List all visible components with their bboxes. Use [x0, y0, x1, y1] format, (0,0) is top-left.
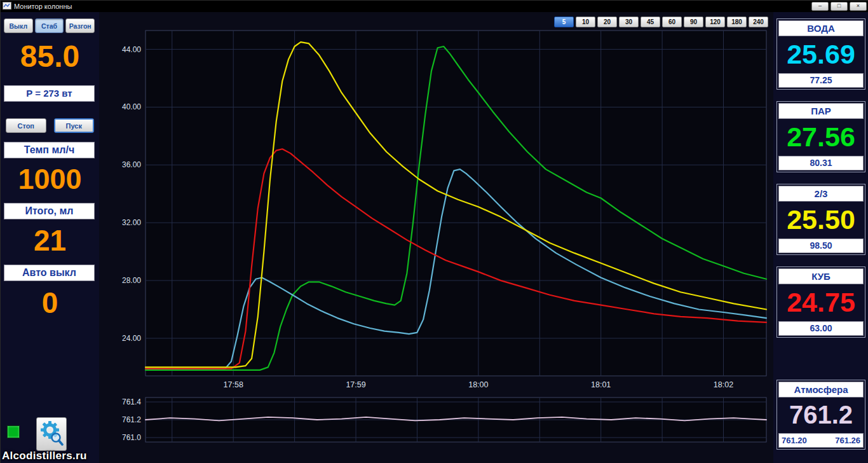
atmosphere-max: 761.26 [835, 434, 860, 447]
time-range-button-180[interactable]: 180 [727, 17, 747, 27]
mode-stab-button[interactable]: Стаб [35, 18, 64, 33]
status-indicator [7, 425, 20, 438]
sensor-name: Атмосфера [778, 382, 864, 397]
sensor-name: 2/3 [778, 186, 864, 202]
svg-text:32.00: 32.00 [122, 218, 141, 227]
sensor-card-2-3: 2/3 25.50 98.50 [776, 184, 865, 255]
power-setpoint-value: 85.0 [1, 38, 99, 76]
window-title: Монитор колонны [14, 3, 72, 10]
time-range-button-30[interactable]: 30 [619, 17, 639, 27]
svg-text:17:58: 17:58 [224, 380, 243, 389]
svg-text:40.00: 40.00 [122, 102, 141, 111]
mode-button-row: Выкл Стаб Разгон [4, 18, 95, 33]
sensor-value: 761.2 [778, 397, 864, 432]
atmosphere-min: 761.20 [782, 434, 807, 447]
sensor-name: КУБ [778, 268, 864, 284]
svg-text:44.00: 44.00 [122, 45, 141, 54]
maximize-button[interactable]: □ [831, 2, 848, 11]
power-readout: P = 273 вт [4, 85, 95, 102]
time-range-button-240[interactable]: 240 [749, 17, 768, 27]
sensor-card-kub: КУБ 24.75 63.00 [776, 266, 865, 338]
total-value: 21 [1, 222, 99, 259]
time-range-button-5[interactable]: 5 [554, 17, 574, 27]
auto-off-label: Авто выкл [4, 265, 95, 281]
rate-value: 1000 [1, 161, 99, 198]
time-range-button-120[interactable]: 120 [705, 17, 725, 27]
sensor-sub-value: 77.25 [778, 73, 864, 88]
app-window: Монитор колонны – □ × Выкл Стаб Разгон 8… [0, 0, 868, 463]
sensor-value: 27.56 [778, 119, 864, 155]
app-icon [3, 1, 11, 12]
svg-text:24.00: 24.00 [122, 334, 141, 343]
atmosphere-minmax: 761.20 761.26 [778, 433, 864, 448]
svg-text:18:00: 18:00 [468, 380, 488, 389]
sensor-card-atmosphere: Атмосфера 761.2 761.20 761.26 [776, 380, 865, 450]
charts-svg: 24.0028.0032.0036.0040.0044.0017:5817:59… [99, 12, 773, 463]
chart-area: 5 10 20 30 45 60 90 120 180 240 24.0028.… [99, 12, 773, 463]
sensor-name: ПАР [778, 103, 864, 119]
sensor-value: 25.50 [778, 202, 864, 238]
time-range-button-90[interactable]: 90 [684, 17, 703, 27]
svg-text:761.4: 761.4 [122, 397, 141, 406]
stop-button[interactable]: Стоп [6, 118, 46, 133]
mode-accel-button[interactable]: Разгон [65, 18, 95, 33]
time-range-button-45[interactable]: 45 [641, 17, 660, 27]
sensor-card-voda: ВОДА 25.69 77.25 [776, 18, 865, 90]
control-panel: Выкл Стаб Разгон 85.0 P = 273 вт Стоп Пу… [1, 12, 99, 463]
sensor-card-par: ПАР 27.56 80.31 [776, 101, 865, 172]
svg-text:36.00: 36.00 [122, 160, 141, 169]
svg-text:761.2: 761.2 [122, 415, 141, 424]
svg-text:17:59: 17:59 [346, 380, 365, 389]
mode-off-button[interactable]: Выкл [4, 18, 33, 33]
time-range-button-20[interactable]: 20 [597, 17, 617, 27]
rate-label: Темп мл/ч [4, 142, 95, 158]
title-bar: Монитор колонны – □ × [1, 1, 868, 12]
time-range-button-10[interactable]: 10 [576, 17, 595, 27]
svg-text:761.0: 761.0 [122, 433, 141, 442]
close-button[interactable]: × [850, 2, 867, 11]
start-button[interactable]: Пуск [54, 118, 95, 133]
settings-button[interactable] [36, 417, 67, 451]
sensor-sub-value: 80.31 [778, 156, 864, 170]
sensor-name: ВОДА [778, 20, 864, 36]
watermark: Alcodistillers.ru [2, 450, 87, 462]
time-range-selector: 5 10 20 30 45 60 90 120 180 240 [554, 17, 768, 27]
svg-text:18:01: 18:01 [591, 380, 611, 389]
time-range-button-60[interactable]: 60 [662, 17, 682, 27]
run-button-row: Стоп Пуск [6, 118, 94, 133]
sensor-value: 25.69 [778, 36, 864, 73]
sensor-panel: ВОДА 25.69 77.25 ПАР 27.56 80.31 2/3 25.… [773, 12, 868, 463]
svg-text:18:02: 18:02 [714, 380, 733, 389]
auto-off-value: 0 [1, 284, 99, 322]
sensor-value: 24.75 [778, 284, 864, 321]
minimize-button[interactable]: – [811, 2, 829, 11]
sensor-sub-value: 98.50 [778, 238, 864, 253]
svg-text:28.00: 28.00 [122, 276, 141, 285]
total-label: Итого, мл [4, 203, 95, 219]
sensor-sub-value: 63.00 [778, 321, 864, 336]
gear-search-icon [39, 420, 64, 448]
